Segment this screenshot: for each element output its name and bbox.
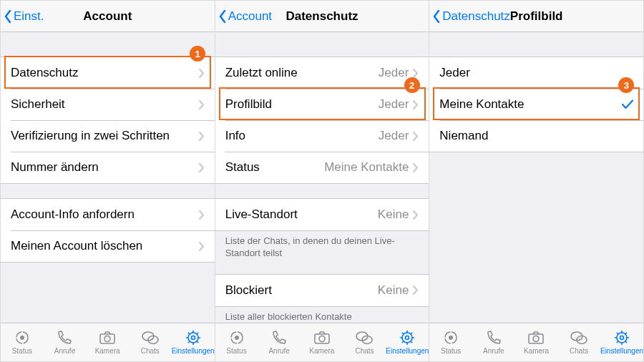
back-button[interactable]: Account [215, 9, 272, 24]
settings-row[interactable]: Live-StandortKeine [215, 199, 429, 230]
chevron-right-icon [199, 242, 205, 251]
back-button[interactable]: Datenschutz [429, 9, 510, 24]
row-label: Account-Info anfordern [11, 207, 199, 222]
tab-phone[interactable]: Anrufe [258, 323, 301, 361]
screen-2: DatenschutzProfilbildJederMeine Kontakte… [429, 0, 644, 362]
settings-group: Zuletzt onlineJederProfilbildJederInfoJe… [215, 57, 429, 184]
svg-line-41 [625, 341, 627, 343]
svg-line-29 [403, 333, 404, 334]
row-label: Datenschutz [11, 66, 199, 80]
svg-line-9 [197, 341, 198, 343]
row-label: Info [225, 129, 379, 143]
chevron-left-icon [4, 9, 12, 24]
svg-point-19 [319, 336, 325, 342]
settings-row[interactable]: InfoJeder [215, 120, 429, 152]
step-badge: 2 [404, 77, 420, 93]
chevron-right-icon [199, 132, 205, 141]
row-label: Profilbild [225, 97, 379, 112]
tab-label: Einstellungen [600, 347, 643, 355]
svg-point-17 [235, 336, 239, 340]
screen-0: Einst.AccountDatenschutzSicherheitVerifi… [0, 0, 215, 362]
tab-camera[interactable]: Kamera [86, 323, 129, 361]
tab-label: Status [226, 347, 246, 355]
row-value: Jeder [379, 66, 409, 80]
svg-line-13 [188, 333, 190, 334]
settings-row[interactable]: Jeder [429, 57, 643, 89]
settings-row[interactable]: Niemand [429, 120, 643, 152]
tab-gear[interactable]: Einstellungen [600, 323, 643, 361]
phone-icon [270, 330, 288, 346]
tab-camera[interactable]: Kamera [515, 323, 558, 361]
settings-row[interactable]: Meine Kontakte [429, 89, 643, 120]
gear-icon [613, 330, 631, 346]
tab-camera[interactable]: Kamera [301, 323, 343, 361]
tab-label: Einstellungen [172, 347, 215, 355]
settings-group: JederMeine KontakteNiemand [429, 57, 643, 152]
tab-phone[interactable]: Anrufe [472, 323, 515, 361]
tab-status[interactable]: Status [215, 323, 258, 361]
row-label: Live-Standort [225, 207, 378, 222]
settings-row[interactable]: Verifizierung in zwei Schritten [1, 120, 215, 152]
tab-gear[interactable]: Einstellungen [172, 323, 215, 361]
settings-row[interactable]: Account-Info anfordern [1, 199, 215, 230]
svg-line-15 [197, 333, 198, 334]
settings-row[interactable]: Datenschutz [1, 57, 215, 89]
chats-icon [141, 330, 160, 346]
tab-label: Kamera [309, 347, 334, 355]
tab-label: Kamera [95, 347, 120, 355]
settings-row[interactable]: Sicherheit [1, 89, 215, 120]
svg-point-1 [20, 336, 24, 340]
settings-group: BlockiertKeine [215, 274, 429, 307]
settings-group: Live-StandortKeine [215, 198, 429, 231]
nav-bar: DatenschutzProfilbild [429, 1, 643, 32]
content-area: DatenschutzSicherheitVerifizierung in zw… [1, 32, 215, 323]
row-value: Jeder [379, 97, 409, 112]
back-button[interactable]: Einst. [1, 9, 44, 24]
group-footer: Liste aller blockierten Kontakte [215, 307, 429, 323]
tab-status[interactable]: Status [1, 323, 44, 361]
row-label: Sicherheit [11, 97, 199, 112]
chevron-right-icon [199, 100, 205, 109]
svg-line-25 [411, 341, 412, 343]
phone-icon [55, 330, 74, 346]
tab-gear[interactable]: Einstellungen [386, 323, 429, 361]
svg-line-11 [188, 341, 190, 343]
row-label: Meinen Account löschen [11, 239, 199, 253]
tab-label: Chats [141, 347, 160, 355]
tab-label: Chats [355, 347, 374, 355]
svg-line-47 [625, 333, 627, 334]
row-label: Blockiert [225, 283, 378, 298]
nav-bar: Einst.Account [1, 1, 215, 32]
chevron-right-icon [413, 163, 419, 172]
back-label: Account [228, 9, 272, 24]
tab-label: Einstellungen [386, 347, 429, 355]
chevron-left-icon [432, 9, 441, 24]
settings-row[interactable]: BlockiertKeine [215, 275, 429, 306]
tab-label: Kamera [524, 347, 549, 355]
tab-chats[interactable]: Chats [343, 323, 386, 361]
settings-row[interactable]: ProfilbildJeder [215, 89, 429, 120]
tab-bar: StatusAnrufeKameraChatsEinstellungen [429, 323, 643, 361]
settings-group: Account-Info anfordernMeinen Account lös… [1, 198, 215, 263]
tab-label: Anrufe [54, 347, 75, 355]
content-area: Zuletzt onlineJederProfilbildJederInfoJe… [215, 32, 429, 323]
chevron-right-icon [199, 69, 205, 78]
tab-bar: StatusAnrufeKameraChatsEinstellungen [215, 323, 429, 361]
tab-chats[interactable]: Chats [129, 323, 172, 361]
settings-row[interactable]: Nummer ändern [1, 152, 215, 183]
chevron-right-icon [199, 163, 205, 172]
settings-row[interactable]: Meinen Account löschen [1, 230, 215, 262]
group-footer: Liste der Chats, in denen du deinen Live… [215, 231, 429, 260]
tab-phone[interactable]: Anrufe [44, 323, 87, 361]
settings-row[interactable]: StatusMeine Kontakte [215, 152, 429, 183]
tab-chats[interactable]: Chats [557, 323, 600, 361]
settings-row[interactable]: Zuletzt onlineJeder [215, 57, 429, 89]
svg-point-3 [104, 336, 110, 342]
row-value: Keine [378, 283, 409, 298]
gear-icon [398, 330, 416, 346]
row-label: Nummer ändern [11, 160, 199, 175]
gear-icon [184, 330, 203, 346]
chats-icon [355, 330, 374, 346]
tab-status[interactable]: Status [429, 323, 472, 361]
row-value: Jeder [379, 129, 409, 143]
